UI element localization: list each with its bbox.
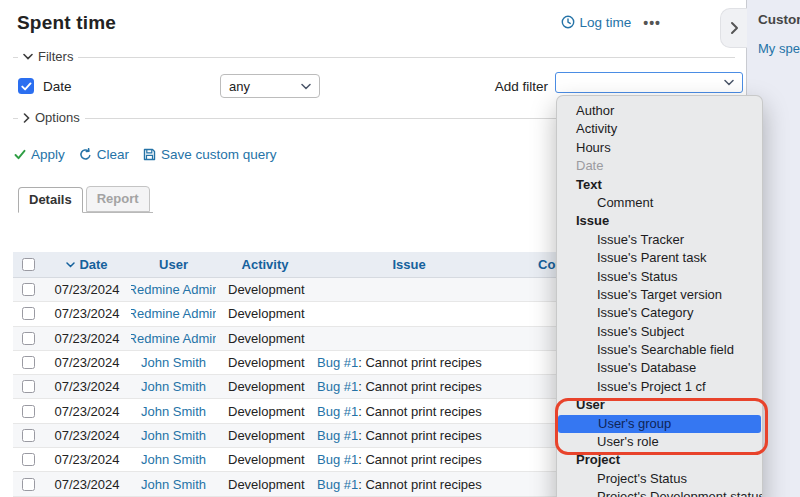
chevron-right-icon [23,113,30,123]
cell-activity: Development [228,355,305,370]
dropdown-option[interactable]: Comment [557,194,762,212]
sidebar-heading: Custom queries [758,12,800,27]
dropdown-option[interactable]: Issue's Parent task [557,249,762,267]
chevron-down-icon [23,53,33,60]
dropdown-option[interactable]: Author [557,102,762,120]
cell-date: 07/23/2024 [54,355,119,370]
dropdown-option: Project [557,451,762,469]
row-checkbox[interactable] [22,283,35,296]
cell-issue-link[interactable]: Bug #1 [317,477,358,492]
log-time-button[interactable]: Log time [561,15,632,30]
date-filter-checkbox[interactable] [18,78,34,94]
dropdown-option[interactable]: Issue's Category [557,304,762,322]
dropdown-option[interactable]: Activity [557,120,762,138]
cell-user-link[interactable]: Redmine Admin [131,331,216,346]
cell-user-link[interactable]: John Smith [141,404,206,419]
date-filter-label: Date [43,79,72,94]
add-filter-label: Add filter [460,79,548,94]
chevron-down-icon [301,83,311,90]
cell-user-link[interactable]: Redmine Admin [131,282,216,297]
save-custom-query-button[interactable]: Save custom query [143,147,277,162]
add-filter-dropdown: AuthorActivityHoursDateTextCommentIssueI… [556,95,763,497]
dropdown-option[interactable]: Issue's Database [557,359,762,377]
cell-issue-subject: : Cannot print recipes [358,404,482,419]
cell-activity: Development [228,306,305,321]
chevron-right-icon [730,21,739,35]
cell-issue-subject: : Cannot print recipes [358,452,482,467]
column-header-issue[interactable]: Issue [314,257,504,272]
cell-date: 07/23/2024 [54,379,119,394]
cell-user-link[interactable]: John Smith [141,428,206,443]
cell-date: 07/23/2024 [54,306,119,321]
column-header-activity[interactable]: Activity [216,257,314,272]
dropdown-option[interactable]: Issue's Project 1 cf [557,378,762,396]
dropdown-option[interactable]: Issue's Status [557,268,762,286]
clear-button[interactable]: Clear [79,147,129,162]
column-header-user[interactable]: User [131,257,216,272]
row-checkbox[interactable] [22,356,35,369]
cell-activity: Development [228,379,305,394]
app: Spent time Log time ••• Filters [0,0,800,497]
date-filter-row: Date [18,78,72,94]
clock-icon [561,15,575,29]
dropdown-option: Date [557,157,762,175]
row-checkbox[interactable] [22,307,35,320]
cell-date: 07/23/2024 [54,477,119,492]
header-actions: Log time ••• [561,14,662,30]
row-checkbox[interactable] [22,478,35,491]
options-legend[interactable]: Options [18,110,85,125]
row-checkbox[interactable] [22,453,35,466]
dropdown-option[interactable]: Project's Development status [557,488,762,497]
dropdown-option[interactable]: User's role [557,433,762,451]
filters-legend[interactable]: Filters [18,49,78,64]
row-checkbox[interactable] [22,405,35,418]
cell-user-link[interactable]: John Smith [141,379,206,394]
cell-activity: Development [228,477,305,492]
cell-issue-link[interactable]: Bug #1 [317,379,358,394]
dropdown-option: User [557,396,762,414]
cell-activity: Development [228,452,305,467]
cell-date: 07/23/2024 [54,331,119,346]
cell-issue-link[interactable]: Bug #1 [317,452,358,467]
log-time-label: Log time [580,15,632,30]
cell-activity: Development [228,428,305,443]
tab-details[interactable]: Details [18,187,83,213]
dropdown-option-selected[interactable]: User's group [558,415,761,433]
row-checkbox[interactable] [22,332,35,345]
cell-issue-subject: : Cannot print recipes [358,379,482,394]
dropdown-option[interactable]: Issue's Tracker [557,231,762,249]
cell-issue-subject: : Cannot print recipes [358,428,482,443]
cell-issue-link[interactable]: Bug #1 [317,428,358,443]
dropdown-option[interactable]: Hours [557,139,762,157]
cell-issue-subject: : Cannot print recipes [358,355,482,370]
cell-issue-link[interactable]: Bug #1 [317,404,358,419]
sidebar-link-my-spent-time[interactable]: My spent time [758,41,800,56]
sidebar-collapse-button[interactable] [720,8,747,48]
dropdown-option: Issue [557,212,762,230]
select-all-checkbox[interactable] [22,258,35,271]
add-filter-select[interactable] [555,72,743,93]
cell-user-link[interactable]: John Smith [141,355,206,370]
page-title: Spent time [17,12,116,34]
reload-icon [79,148,92,161]
date-operator-select[interactable]: any [220,74,320,98]
more-actions-button[interactable]: ••• [643,14,661,30]
check-icon [14,149,26,160]
row-checkbox[interactable] [22,380,35,393]
dropdown-option[interactable]: Issue's Target version [557,286,762,304]
cell-user-link[interactable]: Redmine Admin [131,306,216,321]
column-header-date[interactable]: Date [66,257,107,272]
cell-user-link[interactable]: John Smith [141,477,206,492]
dropdown-option[interactable]: Project's Status [557,470,762,488]
cell-date: 07/23/2024 [54,404,119,419]
apply-button[interactable]: Apply [14,147,65,162]
cell-activity: Development [228,404,305,419]
dropdown-option[interactable]: Issue's Searchable field [557,341,762,359]
cell-activity: Development [228,282,305,297]
chevron-down-icon [724,79,734,86]
tab-report[interactable]: Report [86,186,150,212]
row-checkbox[interactable] [22,429,35,442]
cell-issue-link[interactable]: Bug #1 [317,355,358,370]
cell-user-link[interactable]: John Smith [141,452,206,467]
dropdown-option[interactable]: Issue's Subject [557,323,762,341]
